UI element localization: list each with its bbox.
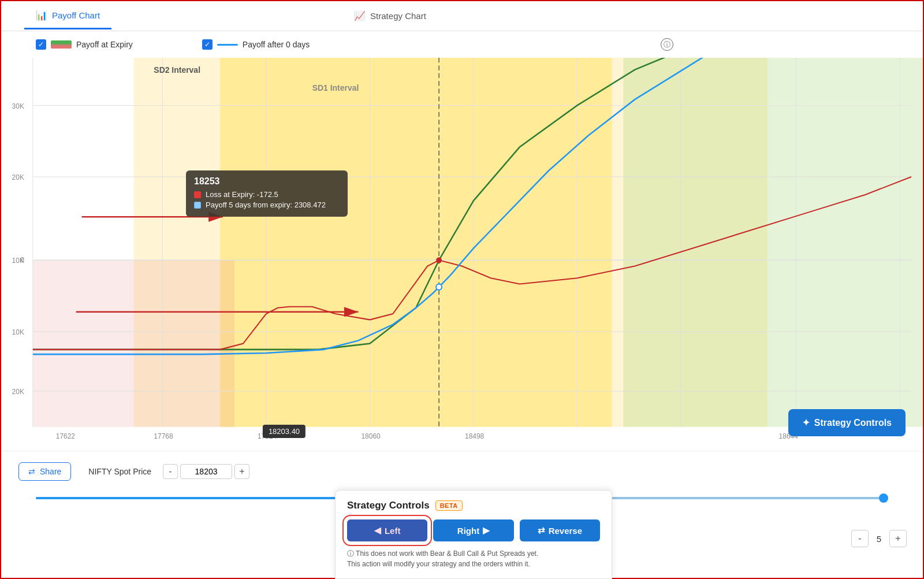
crosshair-x-label: 18203.40 xyxy=(263,425,305,438)
legend-expiry-label: Payoff at Expiry xyxy=(76,40,133,49)
right-slider-thumb[interactable] xyxy=(879,493,888,503)
step-minus-button[interactable]: - xyxy=(851,530,869,547)
chart-tooltip: 18253 Loss at Expiry: -172.5 Payoff 5 da… xyxy=(186,170,348,217)
y-label-20k: 20K xyxy=(12,173,24,181)
strategy-chart-icon: 📈 xyxy=(354,10,366,21)
tab-payoff[interactable]: 📊 Payoff Chart xyxy=(24,3,111,29)
right-arrow-icon: ▶ xyxy=(483,525,490,536)
share-icon: ⇄ xyxy=(28,467,35,476)
y-label-zero: 0 xyxy=(20,256,24,264)
share-button[interactable]: ⇄ Share xyxy=(18,462,71,481)
strategy-panel: Strategy Controls BETA ◀ Left Right ▶ ⇄ … xyxy=(335,490,612,579)
days-color-line xyxy=(217,44,238,46)
spot-price-label: NIFTY Spot Price xyxy=(88,467,151,476)
strategy-buttons: ◀ Left Right ▶ ⇄ Reverse xyxy=(347,519,600,541)
right-btn-label: Right xyxy=(457,526,479,536)
spot-minus-button[interactable]: - xyxy=(163,464,178,479)
x-label-1: 17622 xyxy=(56,432,75,440)
chart-svg: SD2 Interval SD1 Interval 30K 20K 10K 10… xyxy=(1,58,923,451)
reverse-button[interactable]: ⇄ Reverse xyxy=(520,519,600,541)
strategy-controls-button[interactable]: ✦ Strategy Controls xyxy=(788,409,906,436)
y-label-10k-dn: 10K xyxy=(12,328,24,336)
chart-area: SD2 Interval SD1 Interval 30K 20K 10K 10… xyxy=(1,58,923,451)
header-tabs: 📊 Payoff Chart 📈 Strategy Chart xyxy=(1,1,923,31)
tooltip-swatch-blue xyxy=(194,202,201,209)
strategy-controls-icon: ✦ xyxy=(802,417,810,428)
legend-row: ✓ Payoff at Expiry ✓ Payoff after 0 days… xyxy=(1,31,923,58)
red-band xyxy=(33,260,234,426)
tooltip-price: 18253 xyxy=(194,176,340,187)
left-btn-highlight xyxy=(347,519,427,541)
bottom-bar: ⇄ Share NIFTY Spot Price - 18203 + ✦ Str… xyxy=(1,451,923,491)
step-plus-button[interactable]: + xyxy=(889,530,907,547)
tab-strategy[interactable]: 📈 Strategy Chart xyxy=(342,3,438,28)
y-label-30k: 30K xyxy=(12,102,24,110)
tooltip-row-loss: Loss at Expiry: -172.5 xyxy=(194,190,340,199)
reverse-icon: ⇄ xyxy=(538,525,545,536)
x-label-2: 17768 xyxy=(154,432,173,440)
right-button[interactable]: Right ▶ xyxy=(433,519,513,541)
legend-days: ✓ Payoff after 0 days ⓘ xyxy=(202,38,673,51)
info-icon[interactable]: ⓘ xyxy=(661,38,673,51)
strategy-panel-header: Strategy Controls BETA xyxy=(347,500,600,511)
spot-plus-button[interactable]: + xyxy=(234,464,249,479)
tab-payoff-label: Payoff Chart xyxy=(52,10,100,20)
legend-expiry: ✓ Payoff at Expiry xyxy=(36,39,133,50)
sd1-band xyxy=(220,58,612,427)
tooltip-swatch-red xyxy=(194,191,201,198)
strategy-note-line2: This action will modify your strategy an… xyxy=(347,560,530,568)
crosshair-dot-red xyxy=(436,257,442,263)
right-stepper: - 5 + xyxy=(851,530,907,547)
x-label-5: 18498 xyxy=(465,432,484,440)
tab-strategy-label: Strategy Chart xyxy=(370,11,426,21)
tooltip-loss-text: Loss at Expiry: -172.5 xyxy=(206,190,278,199)
legend-days-label: Payoff after 0 days xyxy=(243,40,310,49)
beta-badge: BETA xyxy=(435,500,463,511)
checkbox-days[interactable]: ✓ xyxy=(202,39,213,50)
strategy-note-line1: ⓘ This does not work with Bear & Bull Ca… xyxy=(347,550,538,558)
sd1-label: SD1 Interval xyxy=(312,83,359,92)
step-value: 5 xyxy=(873,534,885,544)
tooltip-payoff-text: Payoff 5 days from expiry: 2308.472 xyxy=(206,201,326,209)
spot-input-group: - 18203 + xyxy=(163,464,249,479)
strategy-panel-title: Strategy Controls xyxy=(347,500,430,511)
left-button[interactable]: ◀ Left xyxy=(347,519,427,541)
payoff-chart-icon: 📊 xyxy=(36,10,47,21)
sd2-label: SD2 Interval xyxy=(154,65,200,75)
share-label: Share xyxy=(40,467,61,476)
strategy-note: ⓘ This does not work with Bear & Bull Ca… xyxy=(347,548,600,569)
crosshair-dot-blue xyxy=(436,284,442,290)
reverse-btn-label: Reverse xyxy=(549,526,582,536)
x-label-4: 18060 xyxy=(361,432,380,440)
spot-value[interactable]: 18203 xyxy=(180,464,232,479)
strategy-controls-label: Strategy Controls xyxy=(814,418,892,428)
expiry-color-swatch xyxy=(51,40,72,49)
green-band xyxy=(623,58,923,427)
checkbox-expiry[interactable]: ✓ xyxy=(36,39,46,50)
tooltip-row-payoff: Payoff 5 days from expiry: 2308.472 xyxy=(194,201,340,209)
y-label-20k-dn: 20K xyxy=(12,388,24,396)
